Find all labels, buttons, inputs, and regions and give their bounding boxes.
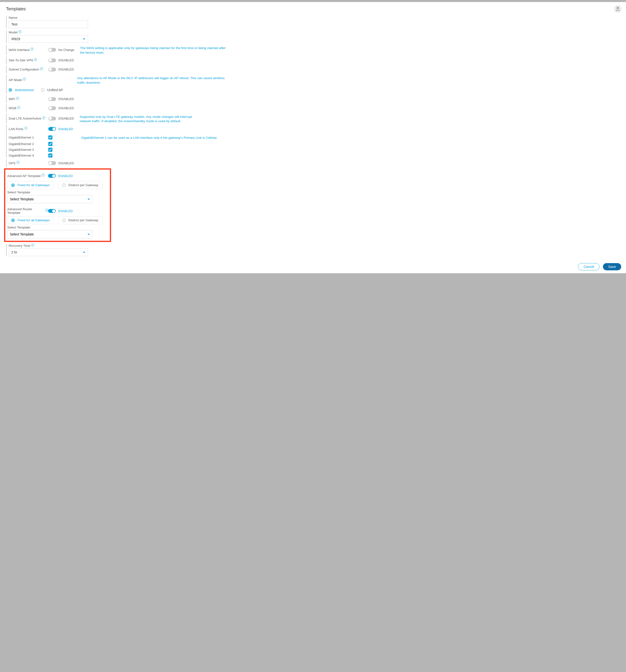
advap-label: Advanced AP Templatei bbox=[7, 174, 48, 178]
wan-toggle[interactable] bbox=[48, 48, 56, 52]
ge4-checkbox[interactable] bbox=[48, 153, 52, 158]
advrt-radio-fixed[interactable]: Fixed for all Gateways bbox=[7, 216, 54, 224]
s2s-label: Site-To-Site VPNi bbox=[9, 58, 48, 62]
advap-select[interactable]: Select Template bbox=[7, 195, 93, 203]
wan-toggle-state: No Change bbox=[58, 48, 74, 52]
lan-toggle[interactable] bbox=[48, 127, 56, 131]
advrt-toggle[interactable] bbox=[48, 209, 56, 213]
close-button[interactable]: ESC bbox=[614, 5, 622, 13]
wan-note: The WAN setting is applicable only for g… bbox=[80, 45, 229, 55]
advap-radio-fixed[interactable]: Fixed for all Gateways bbox=[7, 181, 54, 189]
subnet-toggle[interactable] bbox=[48, 68, 56, 71]
page-title: Templates bbox=[6, 6, 620, 11]
info-icon[interactable]: i bbox=[23, 78, 26, 80]
apmode-note: Any alterations to AP Mode or the WLC IP… bbox=[77, 75, 226, 85]
info-icon[interactable]: i bbox=[42, 116, 45, 119]
info-icon[interactable]: i bbox=[16, 97, 19, 100]
lan-label: LAN Portsi bbox=[9, 127, 48, 131]
ge3-label: GigabitEthernet 3 bbox=[9, 148, 48, 151]
name-label: Name bbox=[9, 16, 620, 20]
subnet-label: Subnet Configurationi bbox=[9, 68, 48, 71]
ge1-note: GigabitEthernet 1 can be used as a LAN i… bbox=[81, 135, 218, 140]
ge2-checkbox[interactable] bbox=[48, 142, 52, 146]
wgb-toggle-state: DISABLED bbox=[58, 106, 74, 110]
chevron-down-icon bbox=[87, 234, 90, 235]
recovery-label: Recovery Timei bbox=[9, 244, 620, 247]
ge2-label: GigabitEthernet 2 bbox=[9, 142, 48, 146]
close-label: ESC bbox=[616, 9, 620, 11]
recovery-select[interactable]: 2 hr bbox=[9, 248, 88, 256]
info-icon[interactable]: i bbox=[34, 58, 37, 61]
ge4-label: GigabitEthernet 4 bbox=[9, 154, 48, 157]
advanced-templates-highlight: Advanced AP Templatei ENABLED Fixed for … bbox=[4, 168, 111, 242]
chevron-down-icon bbox=[83, 39, 85, 40]
wgb-toggle[interactable] bbox=[48, 106, 56, 110]
advrt-select-label: Select Template bbox=[7, 225, 108, 229]
chevron-down-icon bbox=[87, 199, 90, 200]
subnet-toggle-state: DISABLED bbox=[58, 68, 74, 71]
info-icon[interactable]: i bbox=[42, 174, 45, 176]
info-icon[interactable]: i bbox=[31, 244, 34, 246]
s2s-toggle-state: DISABLED bbox=[58, 58, 74, 62]
s2s-toggle[interactable] bbox=[48, 58, 56, 62]
advrt-toggle-state: ENABLED bbox=[58, 209, 73, 213]
dual-label: Dual LTE Active/Activei bbox=[9, 117, 48, 120]
wan-label: WAN Interfacei bbox=[9, 48, 48, 52]
advrt-label: Advanced Router Templatei bbox=[7, 207, 48, 215]
dual-toggle-state: DISABLED bbox=[58, 117, 74, 120]
gps-toggle-state: DISABLED bbox=[58, 161, 74, 165]
advap-select-label: Select Template bbox=[7, 191, 108, 194]
advap-toggle-state: ENABLED bbox=[58, 174, 73, 178]
ge1-label: GigabitEthernet 1 bbox=[9, 136, 48, 139]
model-select[interactable]: IR829 bbox=[9, 35, 88, 43]
advap-radio-distinct[interactable]: Distinct per Gateway bbox=[58, 181, 103, 189]
info-icon[interactable]: i bbox=[19, 30, 21, 33]
gps-label: GPSi bbox=[9, 161, 48, 165]
wifi-toggle-state: DISABLED bbox=[58, 97, 74, 101]
wifi-toggle[interactable] bbox=[48, 97, 56, 101]
info-icon[interactable]: i bbox=[30, 48, 33, 50]
info-icon[interactable]: i bbox=[25, 127, 27, 130]
advrt-select[interactable]: Select Template bbox=[7, 230, 93, 238]
gps-toggle[interactable] bbox=[48, 161, 56, 165]
close-icon bbox=[617, 6, 619, 9]
name-input[interactable] bbox=[9, 20, 88, 28]
save-button[interactable]: Save bbox=[603, 263, 621, 270]
info-icon[interactable]: i bbox=[40, 67, 43, 70]
chevron-down-icon bbox=[83, 252, 85, 253]
apmode-radio-autonomous[interactable]: Autonomous bbox=[9, 88, 34, 92]
info-icon[interactable]: i bbox=[17, 106, 20, 109]
dual-note: Supported only by Dual LTE gateway model… bbox=[80, 114, 202, 124]
templates-modal: ESC Templates Name Modeli IR829 WAN Inte… bbox=[0, 2, 626, 273]
cancel-button[interactable]: Cancel bbox=[578, 263, 600, 270]
apmode-label: AP Modei bbox=[9, 78, 48, 82]
wifi-label: WiFii bbox=[9, 97, 48, 101]
ge3-checkbox[interactable] bbox=[48, 148, 52, 152]
apmode-radio-unified[interactable]: Unified AP bbox=[41, 88, 63, 92]
info-icon[interactable]: i bbox=[17, 161, 20, 164]
wgb-label: WGBi bbox=[9, 106, 48, 110]
advap-toggle[interactable] bbox=[48, 174, 56, 178]
info-icon[interactable]: i bbox=[45, 209, 48, 212]
ge1-checkbox[interactable] bbox=[48, 136, 52, 140]
lan-toggle-state: ENABLED bbox=[58, 127, 73, 131]
model-label: Modeli bbox=[9, 30, 620, 34]
advrt-radio-distinct[interactable]: Distinct per Gateway bbox=[58, 216, 103, 224]
dual-toggle[interactable] bbox=[48, 117, 56, 120]
